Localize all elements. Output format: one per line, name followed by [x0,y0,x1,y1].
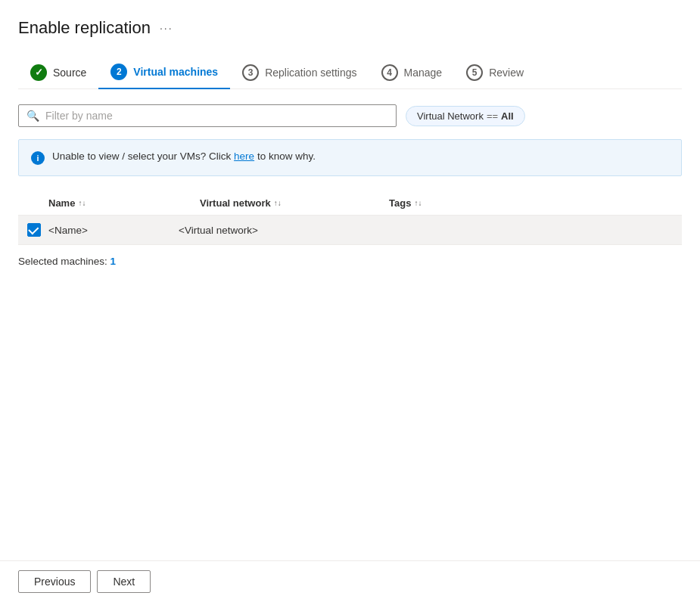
page-title: Enable replication [18,18,151,38]
col-header-tags[interactable]: Tags ↑↓ [389,197,540,209]
vnet-filter-badge[interactable]: Virtual Network == All [406,106,525,126]
page-title-ellipsis: ··· [160,22,173,34]
search-icon: 🔍 [26,110,39,122]
step-source[interactable]: ✓ Source [18,57,98,88]
next-button[interactable]: Next [97,570,151,593]
vnet-badge-operator: == [487,110,498,122]
info-link[interactable]: here [234,150,254,162]
table-container: Name ↑↓ Virtual network ↑↓ Tags ↑↓ <Name… [18,191,682,267]
selected-label: Selected machines: [18,256,107,267]
step-replication-settings[interactable]: 3 Replication settings [230,57,369,88]
row-checkbox[interactable] [27,223,41,237]
col-header-vnet[interactable]: Virtual network ↑↓ [200,197,389,209]
step-manage-label: Manage [404,67,443,79]
step-manage[interactable]: 4 Manage [369,57,455,88]
step-review-circle: 5 [466,64,483,81]
info-text-before: Unable to view / select your VMs? Click [52,150,234,162]
step-source-circle: ✓ [30,64,47,81]
step-source-label: Source [53,67,86,79]
selected-count: 1 [110,256,117,267]
row-name-cell: <Name> [27,223,179,237]
filter-row: 🔍 Virtual Network == All [18,104,682,127]
previous-button[interactable]: Previous [18,570,91,593]
sort-icon-vnet: ↑↓ [274,200,282,207]
vnet-badge-value: All [501,110,514,122]
info-banner: i Unable to view / select your VMs? Clic… [18,139,682,176]
step-review[interactable]: 5 Review [454,57,536,88]
step-vm-circle: 2 [110,64,127,80]
row-vnet-value: <Virtual network> [179,225,368,236]
step-virtual-machines[interactable]: 2 Virtual machines [98,56,230,89]
wizard-steps: ✓ Source 2 Virtual machines 3 Replicatio… [18,56,682,89]
step-review-label: Review [489,67,524,79]
footer: Previous Next [0,560,700,602]
step-manage-circle: 4 [381,64,398,81]
step-rep-circle: 3 [242,64,259,81]
table-row[interactable]: <Name> <Virtual network> [18,216,682,245]
filter-input[interactable] [45,110,388,122]
sort-icon-name: ↑↓ [78,200,86,207]
col-header-name[interactable]: Name ↑↓ [48,197,200,209]
step-rep-label: Replication settings [265,67,356,79]
table-header: Name ↑↓ Virtual network ↑↓ Tags ↑↓ [18,191,682,216]
step-vm-label: Virtual machines [133,66,218,78]
sort-icon-tags: ↑↓ [414,200,422,207]
vnet-badge-prefix: Virtual Network [417,110,484,122]
filter-input-wrapper[interactable]: 🔍 [18,104,397,127]
info-icon: i [31,151,45,165]
info-text-after: to know why. [254,150,316,162]
selected-machines: Selected machines: 1 [18,256,682,267]
row-name-value: <Name> [48,225,88,236]
info-banner-text: Unable to view / select your VMs? Click … [52,150,316,162]
